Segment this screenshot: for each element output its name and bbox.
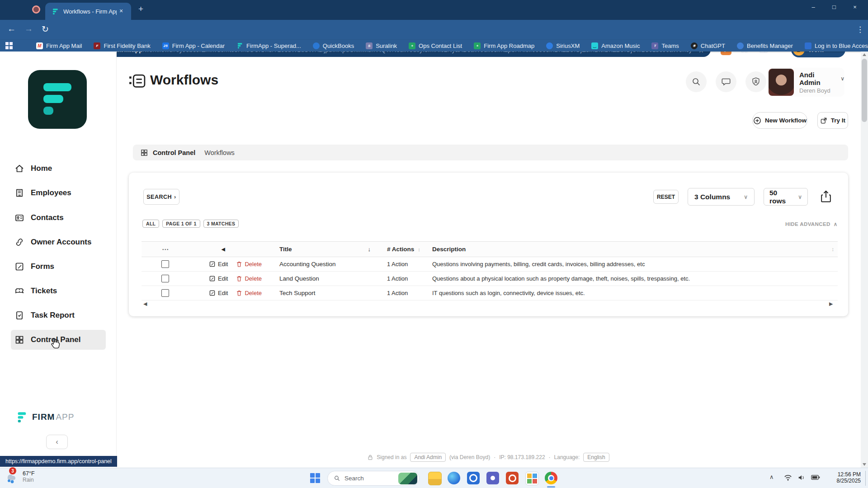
apps-grid-icon[interactable] [5,42,13,49]
delete-button[interactable]: Delete [236,275,262,282]
bookmark-amazon-music[interactable]: ‿Amazon Music [591,42,640,49]
wifi-icon[interactable] [784,474,792,481]
volume-icon[interactable] [797,474,806,481]
breadcrumb-control-panel[interactable]: Control Panel [153,149,195,156]
new-workflow-button[interactable]: New Workflow [752,112,807,129]
paginate-left-icon[interactable]: ◀ [143,301,147,307]
edit-button[interactable]: Edit [209,290,228,296]
rows-select[interactable]: 50 rows∨ [764,188,808,206]
edit-button[interactable]: Edit [209,275,228,282]
new-tab-button[interactable]: + [138,4,143,14]
start-button[interactable] [310,473,320,483]
edit-button[interactable]: Edit [209,261,228,267]
sidebar-item-owner-accounts[interactable]: Owner Accounts [11,232,106,252]
user-menu[interactable]: Andi Admin∨ Deren Boyd [769,68,844,97]
chevron-down-icon[interactable]: ∨ [840,75,844,82]
siriusxm-icon [546,42,553,49]
edit-icon [209,290,216,296]
bookmark-chatgpt[interactable]: ✳ChatGPT [691,42,725,49]
bookmark-firm-app-mail[interactable]: MFirm App Mail [36,42,82,49]
teams-icon[interactable] [486,472,499,484]
sidebar-collapse-button[interactable]: ‹ [46,435,68,449]
hide-advanced-toggle[interactable]: HIDE ADVANCED∧ [785,221,838,227]
sidebar-item-employees[interactable]: Employees [11,183,106,203]
row-menu-column-header[interactable]: ⋯ [142,245,189,253]
actions-column-header[interactable]: # Actions↕ [377,246,427,253]
row-checkbox[interactable] [161,260,169,268]
chip-page[interactable]: PAGE 1 OF 1 [162,220,200,228]
bookmark-firm-app-calendar[interactable]: 25Firm App - Calendar [162,42,225,49]
tray-chevron-up-icon[interactable]: ∧ [769,474,774,480]
reload-icon[interactable]: ↻ [42,24,49,34]
chat-button[interactable] [716,71,736,92]
kebab-menu-icon[interactable]: ⋮ [856,25,864,34]
window-minimize-button[interactable]: – [803,0,824,14]
scroll-up-arrow[interactable] [863,53,866,56]
scroll-down-arrow[interactable] [863,463,866,466]
description-column-header[interactable]: Description↕ [427,246,838,253]
reset-button[interactable]: RESET [653,190,679,204]
bookmark-firmapp-superadmin[interactable]: FirmApp - Superad... [236,42,301,49]
battery-icon[interactable] [811,474,820,480]
bookmark-suralink[interactable]: SSuralink [366,42,397,49]
try-it-button[interactable]: Try It [817,112,848,129]
bookmark-teams[interactable]: TTeams [651,42,679,49]
admin-shield-button[interactable] [745,71,766,92]
breadcrumb-workflows: Workflows [204,149,235,156]
taskbar-clock[interactable]: 12:56 PM 8/25/2025 [828,471,861,484]
bookmark-quickbooks[interactable]: QuickBooks [313,42,354,49]
sidebar-item-tickets[interactable]: Tickets [11,281,106,301]
language-value[interactable]: English [583,453,609,462]
powerpoint-icon[interactable] [506,472,519,484]
row-checkbox[interactable] [161,289,169,297]
search-highlight-image[interactable] [398,473,417,484]
search-button[interactable] [686,71,707,92]
collapse-column-icon[interactable]: ◀ [189,247,275,252]
share-export-icon[interactable] [820,190,832,203]
search-expander-button[interactable]: SEARCH› [143,189,179,205]
bookmark-firm-app-roadmap[interactable]: +Firm App Roadmap [474,42,534,49]
show-desktop-divider[interactable] [865,471,866,486]
bookmark-blue-access[interactable]: Log in to Blue Access [805,42,868,49]
weather-condition: Rain [23,477,35,483]
taskbar-search[interactable]: Search [327,471,420,486]
workflow-title[interactable]: Tech Support [275,290,377,296]
delete-button[interactable]: Delete [236,261,262,267]
outlook-icon[interactable] [467,472,480,484]
chip-matches[interactable]: 3 MATCHES [203,220,239,228]
chip-all[interactable]: ALL [142,220,159,228]
browser-tab[interactable]: Workflows - Firm App × [45,3,131,20]
window-maximize-button[interactable]: □ [824,0,844,14]
edge-icon[interactable] [448,472,460,484]
sidebar-item-task-report[interactable]: Task Report [11,305,106,325]
back-icon[interactable]: ← [7,24,16,34]
bookmark-first-fidelity-bank[interactable]: FFirst Fidelity Bank [94,42,150,49]
edit-icon [209,261,216,267]
delete-button[interactable]: Delete [236,290,262,296]
workflow-title[interactable]: Land Question [275,275,377,282]
sidebar-item-forms[interactable]: Forms [11,257,106,277]
workflow-title[interactable]: Accounting Question [275,261,377,267]
bookmark-ops-contact-list[interactable]: +Ops Contact List [409,42,462,49]
photos-icon[interactable] [525,472,539,485]
forward-icon[interactable]: → [24,24,33,34]
file-explorer-icon[interactable] [428,472,442,485]
bookmarks-bar: MFirm App Mail FFirst Fidelity Bank 25Fi… [0,40,868,52]
scrollbar-thumb[interactable] [862,59,867,122]
bookmark-benefits-manager[interactable]: Benefits Manager [737,42,793,49]
bookmark-siriusxm[interactable]: SiriusXM [546,42,580,49]
row-checkbox[interactable] [161,275,169,282]
sidebar-item-contacts[interactable]: Contacts [11,208,106,228]
tab-close-icon[interactable]: × [119,7,123,14]
table-header-row: ⋯ ◀ Title↓ # Actions↕ Description↕ [142,241,838,257]
page-scrollbar[interactable] [861,52,868,468]
columns-select[interactable]: 3 Columns∨ [688,188,755,206]
taskbar-weather[interactable]: 3 67°F Rain [4,469,35,484]
chrome-icon[interactable] [545,472,557,484]
title-column-header[interactable]: Title↓ [275,246,377,253]
window-close-button[interactable]: × [844,0,865,14]
recording-indicator-icon[interactable] [32,5,40,14]
paginate-right-icon[interactable]: ▶ [829,301,833,307]
sidebar-item-home[interactable]: Home [11,159,106,178]
sort-both-icon: ↕ [831,246,834,253]
